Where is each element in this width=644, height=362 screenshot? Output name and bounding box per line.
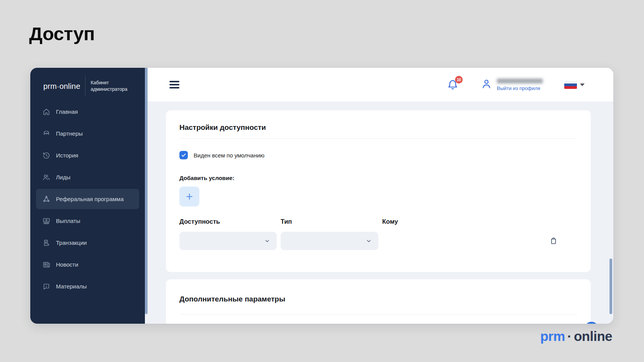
- checkmark-icon: [181, 152, 186, 158]
- availability-select[interactable]: [179, 232, 277, 250]
- sidebar-item-label: Новости: [56, 261, 78, 268]
- materials-icon: [42, 282, 51, 291]
- referral-icon: [42, 195, 51, 203]
- notifications-button[interactable]: 10: [447, 79, 458, 90]
- type-select[interactable]: [281, 232, 378, 250]
- additional-params-card: Дополнительные параметры: [166, 279, 591, 324]
- plus-icon: +: [186, 191, 193, 203]
- chevron-down-icon: [365, 238, 372, 244]
- add-condition-button[interactable]: +: [179, 187, 199, 206]
- topbar: 10 Выйти из профиля: [148, 68, 613, 102]
- sidebar-item-leads[interactable]: Лиды: [36, 167, 139, 187]
- home-icon: [42, 108, 51, 116]
- user-icon: [481, 78, 492, 90]
- sidebar-item-materials[interactable]: Материалы: [36, 276, 139, 296]
- condition-headers: Доступность Тип Кому: [179, 218, 577, 225]
- menu-toggle-button[interactable]: [168, 79, 181, 90]
- footer-brand-online: online: [574, 329, 612, 344]
- sidebar-item-referral-program[interactable]: Реферальная программа: [36, 189, 139, 209]
- sidebar-scrollbar[interactable]: [145, 68, 148, 314]
- sidebar-item-label: Транзакции: [56, 239, 87, 246]
- brand-caption-line2: администратора: [90, 87, 127, 92]
- page-title: Доступ: [29, 23, 95, 44]
- sidebar-item-label: Реферальная программа: [56, 196, 123, 202]
- window-scrollbar[interactable]: [610, 259, 612, 314]
- sidebar-item-label: Лиды: [56, 174, 71, 180]
- sidebar-brand: prm·online Кабинет администратора: [30, 68, 145, 97]
- payouts-icon: [42, 217, 51, 225]
- sidebar-item-label: История: [56, 152, 78, 159]
- leads-icon: [42, 173, 51, 182]
- footer-brand-logo: prm · online: [540, 329, 612, 344]
- news-icon: [42, 260, 51, 269]
- divider: [179, 314, 577, 314]
- sidebar-nav: Главная Партнеры История Лиды Реферальна…: [30, 101, 145, 297]
- visible-default-row: Виден всем по умолчанию: [179, 151, 577, 159]
- logout-link[interactable]: Выйти из профиля: [497, 85, 543, 91]
- sidebar-item-payouts[interactable]: Выплаты: [36, 211, 139, 231]
- delete-condition-button[interactable]: [548, 236, 559, 246]
- sidebar-item-partners[interactable]: Партнеры: [36, 123, 139, 144]
- history-icon: [42, 151, 51, 160]
- russia-flag-icon: [564, 81, 577, 89]
- sidebar-item-news[interactable]: Новости: [36, 254, 139, 275]
- footer-brand-prm: prm: [540, 329, 565, 344]
- brand-logo: prm·online: [43, 82, 80, 91]
- sidebar: prm·online Кабинет администратора Главна…: [30, 68, 145, 324]
- sidebar-item-label: Партнеры: [56, 130, 83, 137]
- access-settings-card: Настройки доступности Виден всем по умол…: [166, 110, 591, 272]
- main-area: 10 Выйти из профиля: [148, 68, 613, 324]
- trash-icon: [549, 236, 558, 246]
- type-column-header: Тип: [281, 218, 378, 225]
- visible-default-label: Виден всем по умолчанию: [194, 152, 264, 159]
- condition-row: [179, 232, 577, 250]
- whom-cell: [382, 232, 577, 250]
- sidebar-item-history[interactable]: История: [36, 145, 139, 165]
- brand-caption: Кабинет администратора: [90, 80, 127, 93]
- app-window: prm·online Кабинет администратора Главна…: [30, 68, 613, 324]
- user-name-redacted: [497, 79, 543, 84]
- visible-default-checkbox[interactable]: [179, 151, 188, 159]
- brand-divider: [85, 76, 85, 97]
- divider: [179, 138, 577, 139]
- sidebar-item-label: Главная: [56, 108, 78, 115]
- transactions-icon: [42, 239, 51, 247]
- add-condition-label: Добавить условие:: [179, 175, 577, 182]
- access-card-title: Настройки доступности: [179, 123, 577, 132]
- sidebar-item-label: Материалы: [56, 283, 87, 290]
- sidebar-item-transactions[interactable]: Транзакции: [36, 233, 139, 253]
- partners-icon: [42, 129, 51, 138]
- caret-down-icon: [580, 84, 585, 86]
- hamburger-icon: [169, 81, 179, 82]
- sidebar-item-home[interactable]: Главная: [36, 102, 139, 122]
- additional-card-title: Дополнительные параметры: [179, 295, 577, 303]
- sidebar-item-label: Выплаты: [56, 218, 80, 224]
- notification-badge: 10: [455, 76, 463, 84]
- content-area: Настройки доступности Виден всем по умол…: [148, 102, 613, 324]
- topbar-right: 10 Выйти из профиля: [447, 78, 585, 91]
- brand-caption-line1: Кабинет: [90, 80, 109, 85]
- user-text-column: Выйти из профиля: [497, 78, 543, 91]
- language-selector[interactable]: [564, 81, 585, 89]
- chevron-down-icon: [264, 238, 271, 244]
- whom-column-header: Кому: [382, 218, 577, 225]
- availability-column-header: Доступность: [179, 218, 277, 225]
- footer-brand-dot: ·: [567, 329, 572, 344]
- user-menu[interactable]: Выйти из профиля: [481, 78, 543, 91]
